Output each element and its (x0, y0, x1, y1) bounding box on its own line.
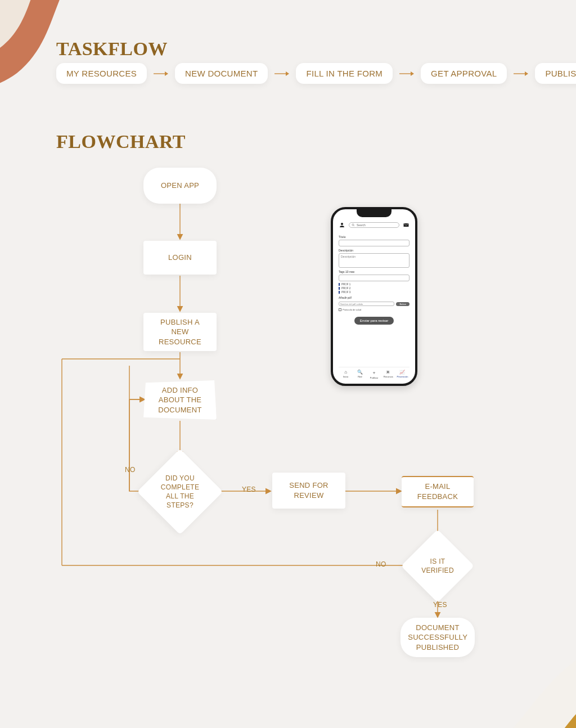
arrow-right-icon (154, 70, 168, 78)
node-decision-steps: DID YOU COMPLETE ALL THE STEPS? (150, 461, 210, 522)
arrow-right-icon (274, 70, 289, 78)
taskflow-row: MY RESOURCES NEW DOCUMENT FILL IN THE FO… (56, 63, 576, 84)
title-label: Título (339, 235, 410, 239)
upload-button[interactable]: Button (396, 302, 410, 306)
node-decision-verified-label: IS IT VERIFIED (412, 540, 464, 592)
chart-icon: 📈 (399, 370, 405, 375)
nav-publicar[interactable]: ＋Publicar (367, 370, 381, 379)
arrow-right-icon (514, 70, 528, 78)
label-no-2: NO (376, 560, 386, 568)
label-no-1: NO (125, 466, 136, 474)
node-decision-steps-label: DID YOU COMPLETE ALL THE STEPS? (150, 461, 210, 522)
label-yes-2: YES (433, 601, 447, 609)
node-add-info: ADD INFO ABOUT THE DOCUMENT (143, 380, 217, 420)
flowchart-heading: FLOWCHART (56, 131, 186, 152)
tags-label: Tags 10 max (339, 270, 410, 273)
pill-fill-form: FILL IN THE FORM (296, 63, 393, 84)
svg-marker-7 (525, 71, 528, 76)
node-decision-verified: IS IT VERIFIED (412, 540, 464, 592)
search-icon: 🔍 (357, 370, 363, 375)
desc-label: Descripción (339, 249, 410, 252)
search-icon (352, 223, 355, 227)
pill-publish: PUBLISH (535, 63, 576, 84)
svg-marker-5 (411, 71, 414, 76)
label-yes-1: YES (242, 486, 256, 493)
nav-recursos[interactable]: ⛯Recursos (381, 370, 395, 379)
home-icon: ⌂ (344, 370, 347, 375)
tag-item[interactable]: PROF 3 (339, 291, 410, 294)
taskflow-heading: TASKFLOW (56, 38, 168, 60)
nav-inicio[interactable]: ⌂Inicio (339, 370, 353, 379)
svg-marker-1 (165, 71, 168, 76)
pdf-label: Añadir pdf (339, 296, 410, 299)
svg-marker-3 (286, 71, 289, 76)
pill-new-document: NEW DOCUMENT (175, 63, 268, 84)
svg-point-21 (341, 223, 343, 225)
phone-mockup: Search Título Descripción Descripción Ta… (331, 207, 417, 386)
decor-top-left (0, 0, 124, 124)
user-icon[interactable] (339, 222, 345, 228)
flowchart-connectors (0, 158, 576, 698)
node-publish-new: PUBLISH A NEW RESOURCE (143, 313, 217, 351)
pill-get-approval: GET APPROVAL (421, 63, 507, 84)
pdf-filename: Nombre del pdf subido (339, 302, 394, 306)
search-input[interactable]: Search (349, 222, 399, 228)
plus-icon: ＋ (372, 370, 376, 376)
nav-prevencion[interactable]: 📈Prevención (395, 370, 410, 379)
checkbox-label: Protocolo de salud (343, 308, 361, 311)
svg-point-22 (352, 224, 354, 226)
nav-red[interactable]: 🔍Red (353, 370, 367, 379)
desc-input[interactable]: Descripción (339, 253, 410, 268)
phone-bottom-nav: ⌂Inicio 🔍Red ＋Publicar ⛯Recursos 📈Preven… (339, 367, 410, 379)
tag-item[interactable]: PROF 2 (339, 287, 410, 290)
submit-button[interactable]: Enviar para revisar (354, 317, 394, 325)
tag-item[interactable]: PROF 1 (339, 283, 410, 286)
node-login: LOGIN (143, 241, 217, 275)
node-open-app: OPEN APP (143, 168, 217, 204)
mail-icon[interactable] (403, 222, 410, 228)
tags-input[interactable] (339, 275, 410, 281)
node-send-review: SEND FOR REVIEW (272, 473, 345, 509)
svg-line-23 (354, 226, 354, 226)
search-placeholder: Search (357, 223, 366, 227)
flowchart-canvas: OPEN APP LOGIN PUBLISH A NEW RESOURCE AD… (0, 158, 576, 698)
resources-icon: ⛯ (386, 370, 390, 375)
node-email-feedback: E-MAIL FEEDBACK (402, 476, 474, 507)
arrow-right-icon (399, 70, 414, 78)
node-final: DOCUMENT SUCCESSFULLY PUBLISHED (400, 618, 475, 657)
title-input[interactable] (339, 240, 410, 246)
pill-my-resources: MY RESOURCES (56, 63, 147, 84)
checkbox-protocol[interactable]: Protocolo de salud (339, 308, 410, 311)
